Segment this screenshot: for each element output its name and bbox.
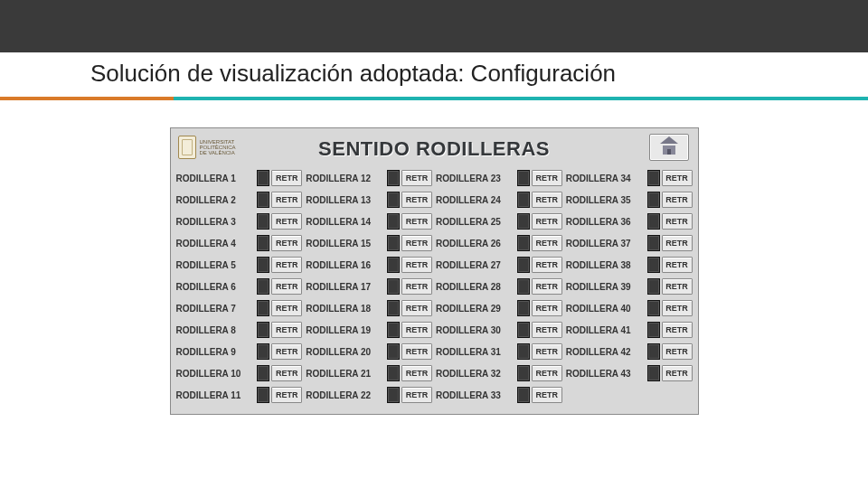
upv-logo-text: UNIVERSITAT POLITÈCNICA DE VALÈNCIA bbox=[200, 139, 236, 156]
retr-button[interactable]: RETR bbox=[532, 170, 562, 186]
retr-button[interactable]: RETR bbox=[401, 170, 432, 186]
rodillera-column: RODILLERA 34RETRRODILLERA 35RETRRODILLER… bbox=[566, 168, 693, 405]
retr-button[interactable]: RETR bbox=[662, 170, 693, 186]
status-lamp bbox=[257, 235, 269, 251]
rodillera-row: RODILLERA 26RETR bbox=[436, 233, 562, 253]
status-lamp bbox=[257, 343, 269, 360]
retr-button[interactable]: RETR bbox=[532, 235, 562, 251]
rodillera-row: RODILLERA 29RETR bbox=[436, 298, 562, 318]
rodillera-label: RODILLERA 33 bbox=[436, 390, 515, 400]
retr-button[interactable]: RETR bbox=[662, 192, 693, 208]
rodillera-row: RODILLERA 12RETR bbox=[306, 168, 432, 188]
rodillera-row: RODILLERA 25RETR bbox=[436, 211, 562, 231]
retr-button[interactable]: RETR bbox=[532, 343, 562, 360]
retr-button[interactable]: RETR bbox=[401, 192, 432, 208]
retr-button[interactable]: RETR bbox=[271, 365, 302, 381]
retr-button[interactable]: RETR bbox=[662, 213, 693, 230]
retr-button[interactable]: RETR bbox=[532, 365, 562, 381]
retr-button[interactable]: RETR bbox=[401, 343, 432, 360]
rodillera-label: RODILLERA 28 bbox=[436, 282, 515, 292]
status-lamp bbox=[647, 170, 660, 186]
retr-button[interactable]: RETR bbox=[401, 278, 432, 295]
retr-button[interactable]: RETR bbox=[271, 192, 302, 208]
retr-button[interactable]: RETR bbox=[271, 322, 302, 338]
rodillera-row: RODILLERA 35RETR bbox=[566, 190, 693, 210]
retr-button[interactable]: RETR bbox=[532, 257, 562, 273]
retr-button[interactable]: RETR bbox=[532, 213, 562, 230]
rodillera-label: RODILLERA 30 bbox=[436, 325, 515, 335]
status-lamp bbox=[387, 170, 400, 186]
rodillera-label: RODILLERA 27 bbox=[436, 260, 515, 270]
rodillera-row: RODILLERA 39RETR bbox=[566, 277, 693, 296]
retr-button[interactable]: RETR bbox=[662, 322, 693, 338]
rodillera-row: RODILLERA 33RETR bbox=[436, 385, 562, 405]
retr-button[interactable]: RETR bbox=[271, 213, 302, 230]
rodillera-row: RODILLERA 36RETR bbox=[566, 211, 693, 231]
upv-crest-icon bbox=[178, 136, 196, 159]
retr-button[interactable]: RETR bbox=[271, 170, 302, 186]
rodillera-column: RODILLERA 1RETRRODILLERA 2RETRRODILLERA … bbox=[176, 168, 303, 405]
retr-button[interactable]: RETR bbox=[401, 365, 432, 381]
home-button[interactable] bbox=[649, 134, 689, 161]
rodillera-row: RODILLERA 22RETR bbox=[306, 385, 432, 405]
retr-button[interactable]: RETR bbox=[662, 300, 693, 316]
rodillera-label: RODILLERA 41 bbox=[566, 325, 646, 335]
status-lamp bbox=[387, 343, 400, 360]
rodillera-row: RODILLERA 3RETR bbox=[176, 211, 303, 231]
retr-button[interactable]: RETR bbox=[532, 387, 562, 403]
status-lamp bbox=[647, 278, 660, 295]
status-lamp bbox=[647, 343, 660, 360]
rodillera-label: RODILLERA 40 bbox=[566, 304, 646, 314]
status-lamp bbox=[647, 365, 660, 381]
retr-button[interactable]: RETR bbox=[532, 278, 562, 295]
rodillera-row: RODILLERA 27RETR bbox=[436, 255, 562, 275]
rodillera-row: RODILLERA 41RETR bbox=[566, 320, 693, 340]
rodillera-label: RODILLERA 22 bbox=[306, 390, 385, 400]
rodillera-label: RODILLERA 43 bbox=[566, 369, 646, 379]
status-lamp bbox=[517, 322, 530, 338]
retr-button[interactable]: RETR bbox=[271, 235, 302, 251]
rodillera-row: RODILLERA 17RETR bbox=[306, 277, 432, 296]
retr-button[interactable]: RETR bbox=[401, 300, 432, 316]
retr-button[interactable]: RETR bbox=[401, 257, 432, 273]
status-lamp bbox=[257, 365, 269, 381]
status-lamp bbox=[387, 387, 400, 403]
retr-button[interactable]: RETR bbox=[662, 343, 693, 360]
retr-button[interactable]: RETR bbox=[271, 387, 302, 403]
status-lamp bbox=[517, 278, 530, 295]
rodillera-row: RODILLERA 43RETR bbox=[566, 363, 693, 383]
retr-button[interactable]: RETR bbox=[662, 235, 693, 251]
status-lamp bbox=[387, 192, 400, 208]
retr-button[interactable]: RETR bbox=[271, 300, 302, 316]
rodillera-row: RODILLERA 37RETR bbox=[566, 233, 693, 253]
rodillera-row: RODILLERA 40RETR bbox=[566, 298, 693, 318]
retr-button[interactable]: RETR bbox=[401, 213, 432, 230]
rodillera-row: RODILLERA 4RETR bbox=[176, 233, 303, 253]
retr-button[interactable]: RETR bbox=[401, 235, 432, 251]
retr-button[interactable]: RETR bbox=[662, 257, 693, 273]
rodillera-label: RODILLERA 21 bbox=[306, 369, 385, 379]
retr-button[interactable]: RETR bbox=[271, 257, 302, 273]
retr-button[interactable]: RETR bbox=[271, 343, 302, 360]
rodillera-label: RODILLERA 34 bbox=[566, 174, 646, 183]
slide-top-dark-bar bbox=[0, 0, 868, 52]
status-lamp bbox=[387, 213, 400, 230]
retr-button[interactable]: RETR bbox=[662, 365, 693, 381]
rodillera-label: RODILLERA 24 bbox=[436, 195, 515, 205]
status-lamp bbox=[517, 213, 530, 230]
status-lamp bbox=[647, 300, 660, 316]
rodillera-row: RODILLERA 9RETR bbox=[176, 342, 303, 361]
retr-button[interactable]: RETR bbox=[271, 278, 302, 295]
rodillera-row: RODILLERA 21RETR bbox=[306, 363, 432, 383]
retr-button[interactable]: RETR bbox=[401, 322, 432, 338]
rodillera-label: RODILLERA 38 bbox=[566, 260, 646, 270]
retr-button[interactable]: RETR bbox=[662, 278, 693, 295]
retr-button[interactable]: RETR bbox=[532, 322, 562, 338]
rodillera-label: RODILLERA 17 bbox=[306, 282, 385, 292]
retr-button[interactable]: RETR bbox=[401, 387, 432, 403]
retr-button[interactable]: RETR bbox=[532, 192, 562, 208]
rodillera-label: RODILLERA 2 bbox=[176, 195, 256, 205]
rodillera-label: RODILLERA 7 bbox=[176, 304, 256, 314]
status-lamp bbox=[387, 322, 400, 338]
retr-button[interactable]: RETR bbox=[532, 300, 562, 316]
